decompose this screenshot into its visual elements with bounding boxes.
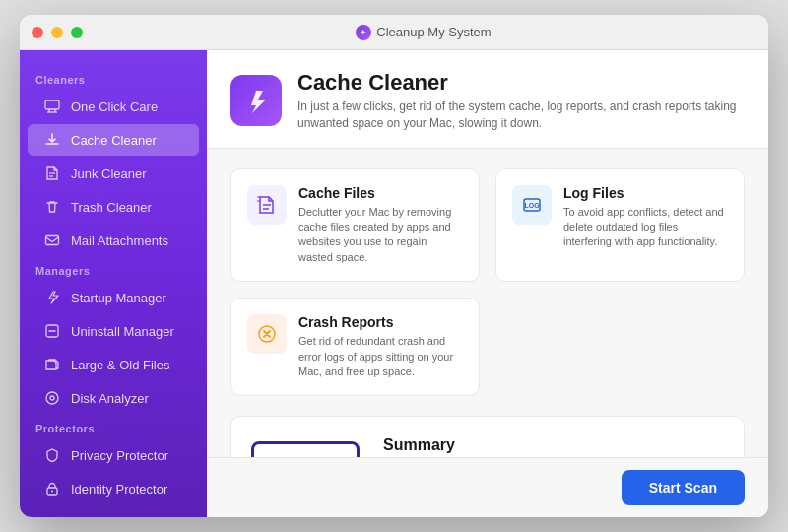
sidebar-item-label: Startup Manager	[71, 291, 166, 305]
sidebar-item-label: Disk Analyzer	[71, 391, 149, 406]
summary-info: Summary Last Action Performed - Scan (24…	[383, 436, 724, 457]
sidebar-item-label: Privacy Protector	[71, 448, 168, 463]
panel-header-text: Cache Cleaner In just a few clicks, get …	[297, 70, 741, 132]
svg-rect-6	[46, 236, 59, 245]
feature-cache-text: Cache Files Declutter your Mac by removi…	[298, 185, 463, 266]
sidebar-item-label: Mail Attachments	[71, 233, 168, 248]
download-icon	[43, 131, 61, 149]
features-grid: Cache Files Declutter your Mac by removi…	[230, 168, 745, 397]
feature-log-desc: To avoid app conflicts, detect and delet…	[563, 205, 728, 250]
sidebar: Cleaners One Click Care	[20, 50, 207, 517]
feature-log-text: Log Files To avoid app conflicts, detect…	[563, 185, 728, 266]
monitor-icon	[43, 98, 61, 115]
sidebar-item-mail-attachments[interactable]: Mail Attachments	[28, 225, 199, 256]
section-managers-label: Managers	[20, 257, 207, 281]
sidebar-item-label: Cache Cleaner	[71, 133, 157, 148]
maximize-button[interactable]	[71, 27, 83, 38]
sidebar-item-label: Trash Cleaner	[71, 200, 152, 215]
sidebar-item-label: Identity Protector	[71, 482, 167, 497]
window-title: ✦ Cleanup My System	[91, 25, 756, 40]
feature-crash-title: Crash Reports	[298, 314, 463, 330]
feature-cache-desc: Declutter your Mac by removing cache fil…	[298, 205, 463, 266]
section-cleaners-label: Cleaners	[20, 66, 207, 90]
sidebar-item-uninstall-manager[interactable]: Uninstall Manager	[28, 315, 199, 347]
disk-icon	[43, 389, 61, 407]
crash-reports-icon	[247, 314, 287, 354]
sidebar-item-identity-protector[interactable]: Identity Protector	[28, 473, 199, 504]
start-scan-button[interactable]: Start Scan	[622, 470, 745, 505]
sidebar-item-privacy-protector[interactable]: Privacy Protector	[28, 439, 199, 471]
log-files-icon: LOG	[512, 185, 552, 225]
main-panel: Cache Cleaner In just a few clicks, get …	[207, 50, 768, 517]
svg-point-10	[50, 396, 54, 400]
feature-cache-title: Cache Files	[298, 185, 463, 201]
panel-icon	[230, 75, 282, 126]
feature-log-title: Log Files	[563, 185, 728, 201]
file-icon	[43, 165, 61, 182]
close-button[interactable]	[32, 27, 43, 38]
feature-crash-text: Crash Reports Get rid of redundant crash…	[298, 314, 463, 379]
sidebar-item-label: Uninstall Manager	[71, 324, 174, 339]
panel-footer: Start Scan	[207, 457, 768, 517]
feature-log-files: LOG Log Files To avoid app conflicts, de…	[495, 168, 745, 283]
sidebar-item-cache-cleaner[interactable]: Cache Cleaner	[28, 124, 199, 156]
uninstall-icon	[43, 322, 61, 340]
lightning-icon	[43, 289, 61, 306]
app-window: ✦ Cleanup My System Cleaners One Click C…	[20, 15, 768, 517]
feature-crash-reports: Crash Reports Get rid of redundant crash…	[230, 298, 480, 396]
sidebar-bottom: Unlock Full Version	[20, 505, 207, 517]
svg-text:LOG: LOG	[524, 202, 540, 209]
svg-rect-0	[45, 100, 59, 109]
sidebar-item-trash-cleaner[interactable]: Trash Cleaner	[28, 191, 199, 223]
sidebar-item-label: One Click Care	[71, 100, 158, 114]
section-protectors-label: Protectors	[20, 415, 207, 438]
monitor-visual: 5.38 GB Found In Total	[251, 441, 360, 457]
sidebar-item-large-old-files[interactable]: Large & Old Files	[28, 349, 199, 380]
feature-cache-files: Cache Files Declutter your Mac by removi…	[230, 168, 480, 283]
svg-point-9	[46, 392, 58, 404]
sidebar-item-label: Large & Old Files	[71, 358, 169, 372]
main-layout: Cleaners One Click Care	[20, 50, 768, 517]
monitor-screen: 5.38 GB Found In Total	[251, 441, 360, 457]
summary-title: Summary	[383, 436, 724, 454]
cache-files-icon	[247, 185, 287, 225]
sidebar-item-label: Junk Cleaner	[71, 166, 147, 181]
sidebar-item-startup-manager[interactable]: Startup Manager	[28, 282, 199, 313]
trash-icon	[43, 198, 61, 216]
lock-icon	[43, 480, 61, 498]
files-icon	[43, 356, 61, 373]
mail-icon	[43, 232, 61, 249]
panel-header: Cache Cleaner In just a few clicks, get …	[207, 50, 768, 149]
svg-point-12	[51, 491, 53, 493]
app-icon: ✦	[356, 25, 371, 40]
panel-title: Cache Cleaner	[297, 70, 741, 96]
feature-crash-desc: Get rid of redundant crash and error log…	[298, 334, 463, 379]
sidebar-item-disk-analyzer[interactable]: Disk Analyzer	[28, 382, 199, 414]
summary-card: 5.38 GB Found In Total Summary Last Acti…	[230, 416, 745, 457]
shield-icon	[43, 446, 61, 464]
titlebar: ✦ Cleanup My System	[20, 15, 768, 50]
panel-description: In just a few clicks, get rid of the sys…	[297, 99, 741, 132]
minimize-button[interactable]	[51, 27, 63, 38]
title-text: Cleanup My System	[376, 25, 491, 39]
panel-body: Cache Files Declutter your Mac by removi…	[207, 149, 768, 457]
sidebar-item-one-click-care[interactable]: One Click Care	[28, 91, 199, 122]
sidebar-item-junk-cleaner[interactable]: Junk Cleaner	[28, 158, 199, 189]
